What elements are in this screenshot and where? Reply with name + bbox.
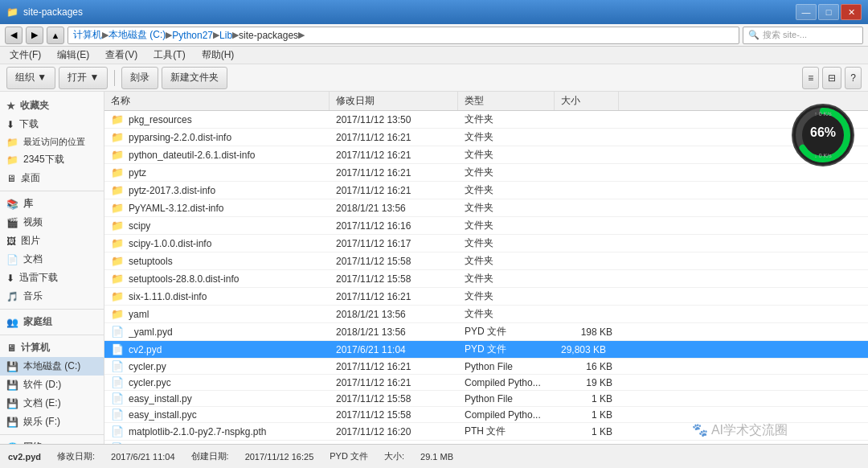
thunder-icon: ⬇ [6,273,14,284]
forward-button[interactable]: ▶ [26,27,43,44]
back-button[interactable]: ◀ [5,27,23,44]
table-row[interactable]: 📁 setuptools 2017/11/12 15:58 文件夹 [104,252,868,270]
table-row[interactable]: 📁 yaml 2018/1/21 13:56 文件夹 [104,306,868,323]
file-name-cell: 📁 pytz-2017.3.dist-info [104,183,330,198]
table-row[interactable]: 📁 python_dateutil-2.6.1.dist-info 2017/1… [104,146,868,164]
column-date[interactable]: 修改日期 [330,92,458,110]
view-toggle-button[interactable]: ≡ [802,67,819,89]
menu-view[interactable]: 查看(V) [102,47,141,64]
file-type: 文件夹 [458,217,555,234]
sidebar-item-documents[interactable]: 📄 文档 [0,250,104,269]
burn-button[interactable]: 刻录 [121,67,158,89]
table-row[interactable]: 📁 pkg_resources 2017/11/12 13:50 文件夹 [104,111,868,129]
sidebar-item-downloads[interactable]: ⬇ 下载 [0,115,104,133]
table-row[interactable]: 📄 matplotlib-2.1.0-py2.7-nspkg.pth 2017/… [104,423,868,441]
column-type[interactable]: 类型 [458,92,555,110]
table-row[interactable]: 📁 pyparsing-2.2.0.dist-info 2017/11/12 1… [104,129,868,146]
table-row[interactable]: 📁 pytz 2017/11/12 16:21 文件夹 [104,164,868,182]
address-bar: ◀ ▶ ▲ 计算机 ▶ 本地磁盘 (C:) ▶ Python27 ▶ Lib ▶… [0,24,868,47]
sidebar-divider-2 [0,309,104,310]
file-name: pyparsing-2.2.0.dist-info [129,132,231,143]
file-name: pytz [129,167,146,179]
menu-file[interactable]: 文件(F) [6,47,44,64]
table-row[interactable]: 📄 _yaml.pyd 2018/1/21 13:56 PYD 文件 198 K… [104,323,868,341]
table-row[interactable]: 📄 cv2.pyd 2017/6/21 11:04 PYD 文件 29,803 … [104,341,868,359]
file-name: six-1.11.0.dist-info [129,291,207,302]
help-button[interactable]: ? [845,67,862,89]
file-type: Compiled Pytho... [458,376,555,390]
table-row[interactable]: 📁 setuptools-28.8.0.dist-info 2017/11/12… [104,270,868,288]
file-type: 文件夹 [458,111,555,128]
table-row[interactable]: 📄 easy_install.pyc 2017/11/12 15:58 Comp… [104,407,868,423]
d-drive-icon: 💾 [6,380,18,391]
file-name-cell: 📄 matplotlib-2.1.0-py2.7-nspkg.pth [104,424,330,439]
table-row[interactable]: 📁 pytz-2017.3.dist-info 2017/11/12 16:21… [104,182,868,199]
table-row[interactable]: 📁 scipy-1.0.0.dist-info 2017/11/12 16:17… [104,235,868,252]
file-type: 文件夹 [458,288,555,305]
sidebar-item-music[interactable]: 🎵 音乐 [0,287,104,306]
file-name: pytz-2017.3.dist-info [129,185,215,196]
menu-help[interactable]: 帮助(H) [199,47,238,64]
file-name-cell: 📁 yaml [104,306,330,322]
file-size [555,313,619,316]
sidebar-item-c-drive[interactable]: 💾 本地磁盘 (C:) [0,357,104,376]
file-type: 文件夹 [458,164,555,181]
column-name[interactable]: 名称 [104,92,330,110]
table-row[interactable]: 📄 cycler.pyc 2017/11/12 16:21 Compiled P… [104,375,868,391]
open-button[interactable]: 打开 ▼ [59,67,108,89]
table-row[interactable]: 📁 scipy 2017/11/12 16:16 文件夹 [104,217,868,235]
file-name-cell: 📄 easy_install.py [104,391,330,406]
new-folder-button[interactable]: 新建文件夹 [162,67,227,89]
organize-button[interactable]: 组织 ▼ [6,67,55,89]
minimize-button[interactable]: — [796,4,817,20]
address-path[interactable]: 计算机 ▶ 本地磁盘 (C:) ▶ Python27 ▶ Lib ▶ site-… [68,27,739,44]
up-button[interactable]: ▲ [47,27,64,44]
status-bar: cv2.pyd 修改日期: 2017/6/21 11:04 创建日期: 2017… [0,444,868,468]
e-drive-icon: 💾 [6,398,18,409]
organize-label: 组织 ▼ [15,71,47,84]
file-type: Python File [458,359,555,374]
sidebar-item-recent[interactable]: 📁 最近访问的位置 [0,133,104,150]
file-size: 1 KB [555,441,619,445]
table-row[interactable]: 📄 cycler.py 2017/11/12 16:21 Python File… [104,359,868,375]
new-folder-label: 新建文件夹 [170,71,219,84]
file-date: 2017/11/12 16:21 [330,359,458,374]
table-row[interactable]: 📁 six-1.11.0.dist-info 2017/11/12 16:21 … [104,288,868,306]
sidebar-item-pictures[interactable]: 🖼 图片 [0,232,104,250]
maximize-button[interactable]: □ [818,4,839,20]
sidebar-item-f-drive[interactable]: 💾 娱乐 (F:) [0,413,104,431]
search-box[interactable]: 🔍 搜索 site-... [743,27,863,44]
file-name-cell: 📄 easy_install.pyc [104,407,330,422]
folder-icon: 📁 [111,166,124,179]
file-date: 2017/11/12 15:58 [330,392,458,406]
sidebar-item-e-drive[interactable]: 💾 文档 (E:) [0,394,104,413]
status-size: 29.1 MB [420,452,453,462]
sidebar-item-thunder[interactable]: ⬇ 迅雷下载 [0,269,104,287]
file-type: 文件夹 [458,306,555,322]
table-row[interactable]: 📄 easy_install.py 2017/11/12 15:58 Pytho… [104,391,868,407]
status-filename: cv2.pyd [8,452,41,462]
file-icon: 📄 [111,376,124,388]
menu-tools[interactable]: 工具(T) [150,47,188,64]
pictures-icon: 🖼 [6,236,16,247]
sidebar-item-d-drive[interactable]: 💾 软件 (D:) [0,376,104,394]
window-title: site-packages [23,6,83,18]
sidebar-item-desktop[interactable]: 🖥 桌面 [0,169,104,187]
details-button[interactable]: ⊟ [822,67,841,89]
file-date: 2018/1/21 13:56 [330,307,458,322]
details-icon: ⊟ [828,72,836,84]
close-button[interactable]: ✕ [841,4,862,20]
help-icon: ? [850,72,856,84]
file-date: 2018/1/21 13:56 [330,325,458,339]
sidebar-item-video[interactable]: 🎬 视频 [0,213,104,232]
column-size[interactable]: 大小 [555,92,619,110]
sidebar-item-favorites: ★ 收藏夹 [0,96,104,115]
svg-text:66%: 66% [810,125,836,139]
sidebar-item-2345[interactable]: 📁 2345下载 [0,150,104,169]
table-row[interactable]: 📁 PyYAML-3.12.dist-info 2018/1/21 13:56 … [104,199,868,217]
file-type: PTH 文件 [458,423,555,440]
folder-icon: 📁 [111,113,124,125]
menu-edit[interactable]: 编辑(E) [54,47,92,64]
file-icon: 📄 [111,408,124,421]
table-row[interactable]: 📄 pylab.py 2017/11/12 16:20 Python File … [104,441,868,444]
